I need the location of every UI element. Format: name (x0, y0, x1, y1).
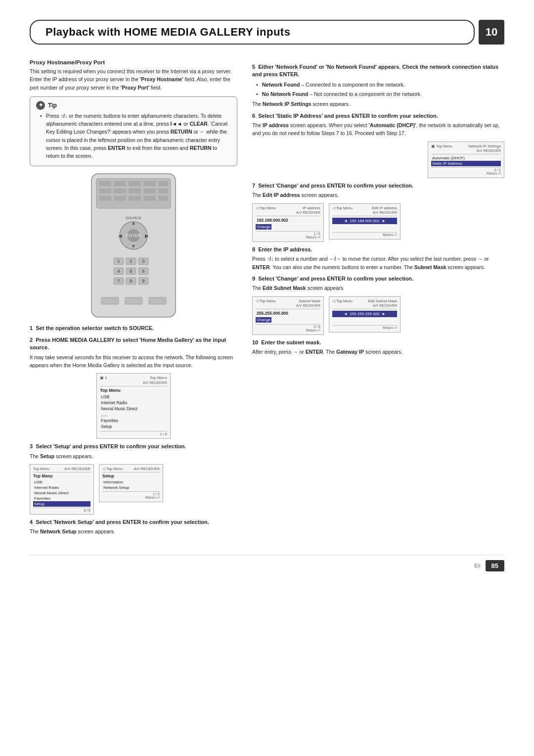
step7-screen1: ◁ Top Menu IP addressA/V RECEIVER 192.16… (252, 203, 324, 242)
svg-rect-9 (129, 189, 141, 193)
svg-text:ENTER: ENTER (126, 233, 141, 238)
menu-item: Neural Music Direct (100, 406, 167, 412)
step7-bold: Select 'Change' and press ENTER to confi… (258, 183, 413, 189)
screen-title: Top Menu (100, 388, 167, 393)
step9-screen1: ◁ Top Menu Subnet MaskA/V RECEIVER 255.2… (252, 296, 324, 335)
step2-num: 2 (30, 337, 36, 343)
svg-rect-4 (129, 181, 141, 186)
svg-rect-2 (99, 181, 111, 186)
svg-rect-44 (149, 297, 166, 304)
step9-bold: Select 'Change' and press ENTER to confi… (258, 276, 413, 282)
step2-bold: Press HOME MEDIA GALLERY to select 'Home… (30, 337, 226, 350)
page-title-box: Playback with HOME MEDIA GALLERY inputs (30, 20, 475, 45)
step9-screens-row: ◁ Top Menu Subnet MaskA/V RECEIVER 255.2… (252, 296, 504, 335)
step7-screen2: ◁ Top Menu Edit IP addressA/V RECEIVER ◄… (329, 203, 400, 239)
svg-rect-3 (114, 181, 126, 186)
tip-bullet-1: Press ↑/↓ or the numeric buttons to ente… (40, 112, 231, 160)
step3-heading: 3 Select 'Setup' and press ENTER to conf… (30, 443, 237, 450)
page-header: Playback with HOME MEDIA GALLERY inputs … (30, 20, 504, 45)
step10-bold: Enter the subnet mask. (261, 339, 321, 345)
step7-screens-row: ◁ Top Menu IP addressA/V RECEIVER 192.16… (252, 203, 504, 242)
svg-rect-15 (143, 196, 156, 201)
svg-text:▲: ▲ (131, 220, 136, 226)
page-number: 10 (479, 20, 504, 45)
proxy-title: Proxy Hostname/Proxy Port (30, 59, 237, 65)
svg-rect-5 (143, 181, 156, 186)
svg-rect-10 (143, 189, 156, 193)
menu-item-highlighted: Setup (33, 501, 90, 507)
svg-text:8: 8 (130, 279, 132, 284)
step8-body: Press ↑/↓ to select a number and ←/→ to … (252, 255, 504, 271)
main-content: Proxy Hostname/Proxy Port This setting i… (30, 59, 504, 540)
step1-heading: 1 Set the operation selector switch to S… (30, 325, 237, 332)
svg-text:▶: ▶ (145, 233, 149, 238)
tip-label: Tip (48, 102, 57, 109)
page-num-badge: 85 (486, 560, 504, 571)
step5-heading: 5 Either 'Network Found' or 'No Network … (252, 63, 504, 79)
lang-label: En (474, 563, 480, 568)
step3-screens-row: Top Menu A/V RECEIVER Top Menu USB Inter… (30, 464, 237, 515)
svg-text:1: 1 (117, 259, 120, 264)
tip-header: ✦ Tip (36, 101, 231, 110)
step3-screen1: Top Menu A/V RECEIVER Top Menu USB Inter… (30, 464, 94, 515)
step6-body: The IP address screen appears. When you … (252, 121, 504, 138)
page-title: Playback with HOME MEDIA GALLERY inputs (45, 26, 290, 39)
step5-bullet2: No Network Found – Not connected to a co… (256, 90, 504, 98)
svg-rect-43 (125, 297, 142, 304)
step8-bold: Enter the IP address. (258, 246, 312, 252)
tip-icon: ✦ (36, 101, 45, 110)
top-menu-screen: ▣ 1 Top MenuA/V RECEIVER Top Menu USB In… (96, 373, 171, 439)
svg-text:▼: ▼ (131, 243, 136, 249)
svg-rect-16 (158, 196, 168, 201)
step4-body: The Network Setup screen appears. (30, 527, 237, 535)
step3-bold: Select 'Setup' and press ENTER to confir… (36, 443, 186, 449)
svg-text:9: 9 (142, 279, 144, 284)
step5-bullet1: Network Found – Connected to a component… (256, 81, 504, 89)
step10-body: After entry, press → or ENTER. The Gatew… (252, 348, 504, 356)
step6-bold: Select 'Static IP Address' and press ENT… (258, 113, 438, 119)
svg-rect-8 (114, 189, 126, 193)
tip-box: ✦ Tip Press ↑/↓ or the numeric buttons t… (30, 96, 237, 167)
proxy-section: Proxy Hostname/Proxy Port This setting i… (30, 59, 237, 92)
svg-rect-12 (99, 196, 111, 201)
step5-bold: Either 'Network Found' or 'No Network Fo… (252, 64, 498, 77)
step9-body: The Edit Subnet Mask screen appears. (252, 284, 504, 292)
step4-bold: Select 'Network Setup' and press ENTER t… (36, 519, 209, 525)
step9-screen2: ◁ Top Menu Edit Subnet MaskA/V RECEIVER … (329, 296, 400, 332)
step1-num: 1 (30, 325, 36, 331)
step8-heading: 8 Enter the IP address. (252, 246, 504, 253)
remote-image: ▲ ▼ ◀ ▶ ENTER 1 2 3 4 5 6 (87, 171, 180, 320)
left-column: Proxy Hostname/Proxy Port This setting i… (30, 59, 237, 540)
screen-page-info: 1 / 6 (100, 431, 167, 436)
svg-rect-7 (99, 189, 111, 193)
svg-text:◀: ◀ (118, 233, 122, 238)
svg-rect-6 (158, 181, 168, 186)
svg-text:7: 7 (117, 279, 120, 284)
step7-body: The Edit IP address screen appears. (252, 191, 504, 199)
screen-header: ▣ 1 Top MenuA/V RECEIVER (100, 376, 167, 386)
step9-heading: 9 Select 'Change' and press ENTER to con… (252, 275, 504, 283)
step3-body: The Setup screen appears. (30, 452, 237, 460)
svg-text:SOURCE: SOURCE (126, 216, 141, 220)
menu-item: Favorites (100, 418, 167, 424)
svg-text:4: 4 (117, 269, 120, 274)
menu-item: ...... (100, 412, 167, 418)
step2-body: It may take several seconds for this rec… (30, 353, 237, 370)
menu-item: Setup (100, 424, 167, 429)
tip-text: Press ↑/↓ or the numeric buttons to ente… (36, 112, 231, 160)
step4-heading: 4 Select 'Network Setup' and press ENTER… (30, 519, 237, 526)
step1-text: Set the operation selector switch to SOU… (36, 325, 154, 331)
step6-screen-container: ▣ Top Menu Network IP SettingsA/V RECEIV… (252, 142, 504, 178)
step6-screen: ▣ Top Menu Network IP SettingsA/V RECEIV… (428, 142, 504, 178)
remote-image-container: ▲ ▼ ◀ ▶ ENTER 1 2 3 4 5 6 (30, 171, 237, 320)
step3-screen2: ◁ Top Menu A/V RECEIVER Setup Informatio… (99, 464, 163, 502)
page-footer: En 85 (30, 555, 504, 571)
svg-text:6: 6 (142, 269, 144, 274)
step2-heading: 2 Press HOME MEDIA GALLERY to select 'Ho… (30, 336, 237, 352)
svg-text:3: 3 (142, 259, 144, 264)
step6-heading: 6 Select 'Static IP Address' and press E… (252, 112, 504, 120)
top-menu-screen-container: ▣ 1 Top MenuA/V RECEIVER Top Menu USB In… (30, 373, 237, 439)
step7-heading: 7 Select 'Change' and press ENTER to con… (252, 182, 504, 189)
svg-rect-14 (129, 196, 141, 201)
svg-rect-11 (158, 189, 168, 193)
